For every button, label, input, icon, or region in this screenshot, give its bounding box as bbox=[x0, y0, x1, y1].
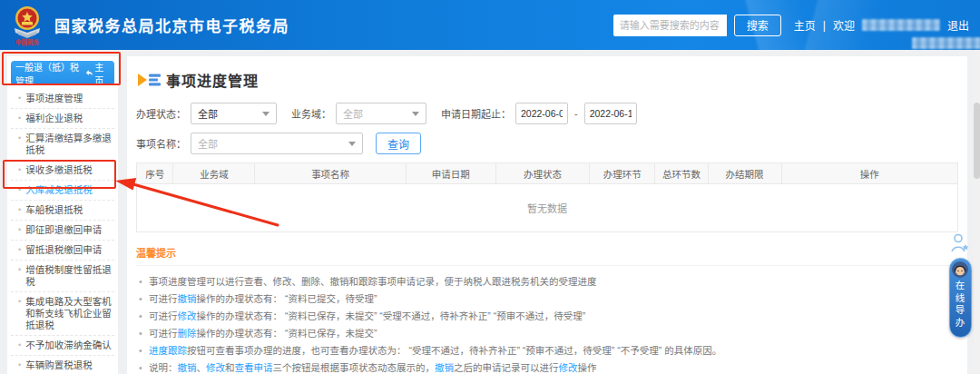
person-star-icon[interactable] bbox=[950, 232, 970, 254]
bullet-icon: • bbox=[18, 244, 21, 256]
sidebar-category-title: 一般退（抵）税管理 bbox=[15, 60, 85, 87]
column-header: 序号 bbox=[137, 163, 173, 183]
bullet-icon: • bbox=[18, 204, 21, 216]
online-guide-label: 在线导办 bbox=[954, 280, 967, 330]
bullet-icon: • bbox=[18, 164, 21, 176]
header-search: 搜索 bbox=[613, 15, 781, 36]
bullet-icon: • bbox=[18, 296, 21, 308]
sidebar: 一般退（抵）税管理 主页 •事项进度管理•福利企业退税•汇算清缴结算多缴退抵税•… bbox=[7, 56, 118, 374]
domain-select[interactable]: 全部 bbox=[336, 103, 426, 124]
query-button[interactable]: 查询 bbox=[376, 133, 421, 154]
scrollbar-thumb[interactable] bbox=[974, 103, 980, 179]
page-title-row: 事项进度管理 bbox=[138, 69, 958, 91]
results-table: 序号业务域事项名称申请日期办理状态办理环节总环节数办结期限操作 暂无数据 bbox=[136, 162, 958, 232]
sidebar-item[interactable]: •不予加收滞纳金确认 bbox=[11, 336, 114, 356]
domain-label: 业务域： bbox=[291, 106, 331, 121]
column-header: 总环节数 bbox=[655, 163, 708, 183]
brand: 中国税务 国家税务总局北京市电子税务局 bbox=[0, 5, 289, 46]
tip-item: 进度跟踪按钮可查看事项办理的进度，也可查看办理状态为： “受理不通过，待补齐补正… bbox=[136, 342, 958, 359]
sidebar-menu: •事项进度管理•福利企业退税•汇算清缴结算多缴退抵税•误收多缴退抵税•入库减免退… bbox=[11, 89, 114, 374]
sidebar-item[interactable]: •集成电路及大型客机和新支线飞机企业留抵退税 bbox=[11, 292, 114, 336]
online-guide-widget: 在线导办 bbox=[948, 232, 972, 338]
column-header: 业务域 bbox=[173, 163, 255, 183]
sidebar-item-label: 福利企业退税 bbox=[25, 113, 83, 124]
column-header: 办理状态 bbox=[496, 163, 590, 183]
column-header: 办理环节 bbox=[590, 163, 655, 183]
bullet-icon: • bbox=[18, 184, 21, 196]
sidebar-item[interactable]: •误收多缴退抵税 bbox=[11, 161, 114, 181]
bullet-icon: • bbox=[18, 133, 21, 144]
home-link[interactable]: 主页 bbox=[794, 17, 816, 33]
search-input[interactable] bbox=[613, 15, 727, 36]
sidebar-item-label: 即征即退缴回申请 bbox=[25, 224, 102, 236]
online-guide-tab[interactable]: 在线导办 bbox=[949, 258, 972, 338]
sidebar-item[interactable]: •车船税退抵税 bbox=[11, 201, 114, 221]
bullet-icon: • bbox=[18, 340, 21, 351]
bullet-icon: • bbox=[18, 359, 21, 371]
svg-text:中国税务: 中国税务 bbox=[15, 38, 40, 46]
sidebar-item-label: 误收多缴退抵税 bbox=[25, 164, 93, 176]
date-from-input[interactable] bbox=[515, 103, 568, 124]
tips-section: 温馨提示 事项进度管理可以进行查看、修改、删除、撤销和跟踪事项申请记录，便于纳税… bbox=[136, 245, 958, 374]
sidebar-item[interactable]: •事项进度管理 bbox=[11, 89, 114, 109]
welcome-label: 欢迎 bbox=[833, 17, 855, 33]
item-name-label: 事项名称： bbox=[136, 136, 186, 151]
chevron-down-icon bbox=[348, 142, 356, 146]
site-title: 国家税务总局北京市电子税务局 bbox=[54, 14, 289, 36]
tips-list: 事项进度管理可以进行查看、修改、删除、撤销和跟踪事项申请记录，便于纳税人跟进税务… bbox=[136, 273, 958, 374]
sidebar-item[interactable]: •福利企业退税 bbox=[11, 109, 114, 129]
sidebar-item-label: 增值税制度性留抵退税 bbox=[25, 264, 113, 288]
nav-separator: | bbox=[823, 19, 826, 32]
logout-link[interactable]: 退出 bbox=[947, 17, 969, 33]
status-label: 办理状态： bbox=[136, 106, 186, 121]
sidebar-item-label: 车船税退抵税 bbox=[25, 204, 83, 216]
sidebar-item-label: 事项进度管理 bbox=[25, 93, 83, 104]
sidebar-item-label: 集成电路及大型客机和新支线飞机企业留抵退税 bbox=[25, 296, 113, 331]
bullet-icon: • bbox=[18, 264, 21, 276]
date-separator: - bbox=[574, 108, 578, 119]
back-arrow-icon bbox=[85, 69, 93, 77]
assistant-avatar bbox=[952, 261, 968, 278]
tax-bureau-emblem-icon: 中国税务 bbox=[9, 5, 45, 46]
redacted-info bbox=[912, 37, 980, 49]
bullet-icon: • bbox=[18, 113, 21, 124]
main-panel: 事项进度管理 办理状态： 全部 业务域： 全部 申请日期起止： - bbox=[127, 56, 967, 374]
sidebar-item[interactable]: •增值税制度性留抵退税 bbox=[11, 261, 114, 292]
list-progress-icon bbox=[138, 72, 161, 88]
sidebar-item[interactable]: •即征即退缴回申请 bbox=[11, 221, 114, 241]
tip-item: 可进行删除操作的办理状态有： “资料已保存，未提交” bbox=[136, 325, 958, 342]
date-to-input[interactable] bbox=[584, 103, 637, 124]
search-button[interactable]: 搜索 bbox=[734, 15, 781, 36]
table-header-row: 序号业务域事项名称申请日期办理状态办理环节总环节数办结期限操作 bbox=[137, 163, 957, 184]
tip-item: 可进行修改操作的办理状态有： “资料已保存，未提交” “受理不通过，待补齐补正”… bbox=[136, 308, 958, 325]
sidebar-item[interactable]: •汇算清缴结算多缴退抵税 bbox=[11, 129, 114, 161]
status-select[interactable]: 全部 bbox=[191, 103, 277, 124]
top-navigation: 主页 | 欢迎 退出 bbox=[794, 17, 969, 33]
sidebar-item[interactable]: •车辆购置税退税 bbox=[11, 356, 114, 374]
tip-item: 事项进度管理可以进行查看、修改、删除、撤销和跟踪事项申请记录，便于纳税人跟进税务… bbox=[136, 273, 958, 290]
page-title: 事项进度管理 bbox=[166, 69, 259, 91]
sidebar-home-link[interactable]: 主页 bbox=[85, 60, 110, 87]
tip-item: 说明：撤销、修改和查看申请三个按钮是根据事项状态动态展示的，撤销之后的申请记录可… bbox=[136, 359, 958, 374]
app-window: 中国税务 国家税务总局北京市电子税务局 搜索 主页 | 欢迎 退出 一般退（抵）… bbox=[0, 0, 980, 374]
chevron-down-icon bbox=[262, 112, 270, 116]
column-header: 办结期限 bbox=[709, 163, 782, 183]
column-header: 事项名称 bbox=[255, 163, 406, 183]
sidebar-category-header[interactable]: 一般退（抵）税管理 主页 bbox=[11, 61, 114, 85]
tips-title: 温馨提示 bbox=[136, 245, 958, 266]
sidebar-item-label: 车辆购置税退税 bbox=[25, 359, 93, 371]
column-header: 申请日期 bbox=[407, 163, 496, 183]
tip-item: 可进行撤销操作的办理状态有： “资料已提交，待受理” bbox=[136, 290, 958, 308]
filter-area: 办理状态： 全部 业务域： 全部 申请日期起止： - 事项名称： bbox=[136, 103, 958, 154]
sidebar-item-label: 入库减免退抵税 bbox=[25, 184, 93, 196]
sidebar-item[interactable]: •留抵退税缴回申请 bbox=[11, 241, 114, 261]
empty-state: 暂无数据 bbox=[137, 184, 957, 231]
sidebar-item-label: 汇算清缴结算多缴退抵税 bbox=[25, 133, 113, 156]
sidebar-item-label: 不予加收滞纳金确认 bbox=[25, 340, 112, 351]
scrollbar-track[interactable] bbox=[974, 50, 980, 374]
item-name-select[interactable]: 全部 bbox=[191, 133, 363, 154]
bullet-icon: • bbox=[18, 93, 21, 104]
top-header: 中国税务 国家税务总局北京市电子税务局 搜索 主页 | 欢迎 退出 bbox=[0, 0, 980, 50]
date-range-label: 申请日期起止： bbox=[441, 106, 511, 121]
sidebar-item[interactable]: •入库减免退抵税 bbox=[11, 181, 114, 201]
